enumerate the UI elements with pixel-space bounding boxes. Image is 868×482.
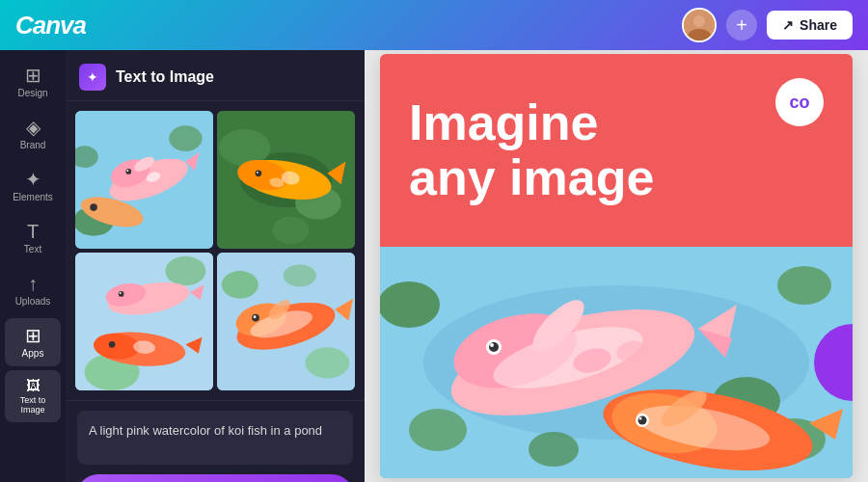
svg-point-24 [256, 170, 262, 176]
generated-image-2[interactable] [217, 111, 355, 249]
panel-bottom: A light pink watercolor of koi fish in a… [66, 400, 365, 482]
svg-point-5 [169, 125, 202, 151]
canvas-koi-image [380, 247, 853, 478]
svg-point-1 [688, 29, 711, 42]
panel-header-icon: ✦ [79, 64, 106, 91]
text-to-image-icon: 🖼 [26, 378, 41, 392]
svg-point-58 [529, 432, 579, 467]
create-again-button[interactable]: ↻ Create again [77, 474, 353, 482]
avatar[interactable] [682, 8, 717, 42]
svg-point-44 [284, 264, 316, 286]
sidebar-item-text-to-image[interactable]: 🖼 Text to Image [5, 370, 61, 422]
sidebar: ⊞ Design ◈ Brand ✦ Elements T Text ↑ Upl… [0, 50, 66, 482]
svg-point-25 [257, 172, 258, 174]
sidebar-item-design[interactable]: ⊞ Design [5, 58, 61, 106]
elements-icon: ✦ [25, 170, 41, 189]
share-icon: ↗ [782, 17, 794, 33]
image-grid [66, 101, 365, 400]
sidebar-item-brand[interactable]: ◈ Brand [5, 110, 61, 158]
canvas-top-section: Imagine any image co [380, 54, 853, 247]
svg-point-68 [490, 343, 494, 347]
design-icon: ⊞ [25, 66, 41, 85]
canvas-content: Imagine any image co [380, 54, 853, 478]
sidebar-item-elements[interactable]: ✦ Elements [5, 162, 61, 210]
generated-image-4[interactable] [217, 253, 355, 390]
generated-image-3[interactable] [75, 253, 213, 390]
svg-point-55 [777, 266, 831, 305]
svg-point-30 [165, 256, 205, 286]
sidebar-item-text[interactable]: T Text [5, 214, 61, 262]
svg-point-39 [109, 341, 116, 348]
svg-point-34 [119, 291, 124, 297]
topbar-right: + ↗ Share [682, 8, 853, 42]
panel-title: Text to Image [116, 68, 214, 86]
svg-point-43 [306, 347, 350, 378]
generated-image-1[interactable] [75, 111, 213, 249]
text-to-image-panel: ✦ Text to Image [66, 50, 365, 482]
svg-point-20 [272, 217, 309, 245]
sidebar-item-uploads[interactable]: ↑ Uploads [5, 266, 61, 314]
share-button[interactable]: ↗ Share [767, 11, 853, 40]
topbar: Canva + ↗ Share [0, 0, 868, 50]
svg-point-15 [90, 203, 97, 211]
brand-icon: ◈ [26, 118, 41, 137]
svg-point-12 [126, 170, 128, 172]
svg-point-2 [693, 15, 705, 27]
apps-icon: ⊞ [25, 326, 41, 345]
canvas-area: Imagine any image co [365, 50, 868, 482]
svg-point-77 [639, 417, 642, 420]
svg-point-35 [120, 292, 122, 294]
canvas-headline: Imagine any image [409, 95, 654, 205]
prompt-text: A light pink watercolor of koi fish in a… [77, 411, 353, 465]
main-area: ⊞ Design ◈ Brand ✦ Elements T Text ↑ Upl… [0, 50, 868, 482]
panel-header: ✦ Text to Image [66, 50, 365, 101]
canvas-logo-badge: co [775, 78, 824, 126]
svg-point-42 [222, 271, 258, 299]
canva-logo: Canva [15, 11, 86, 40]
svg-point-11 [125, 169, 131, 174]
add-button[interactable]: + [726, 10, 757, 40]
svg-point-67 [489, 342, 499, 352]
svg-point-50 [254, 315, 257, 318]
sidebar-item-apps[interactable]: ⊞ Apps [5, 318, 61, 366]
svg-point-57 [409, 409, 467, 451]
svg-point-76 [638, 416, 647, 425]
svg-point-54 [380, 281, 440, 328]
text-icon: T [27, 222, 39, 241]
upload-icon: ↑ [28, 274, 38, 293]
